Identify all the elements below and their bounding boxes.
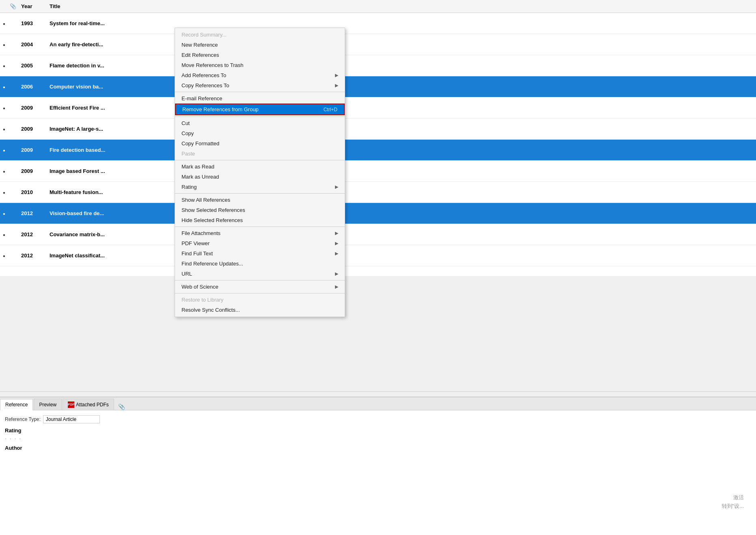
tab-reference[interactable]: Reference xyxy=(0,399,33,410)
menu-item-mark-as-unread[interactable]: Mark as Unread xyxy=(175,172,345,182)
table-row[interactable]: ● 2012 Covariance matrix-b... xyxy=(0,224,756,245)
menu-item-move-to-trash[interactable]: Move References to Trash xyxy=(175,60,345,70)
rating-field-label: Rating xyxy=(5,427,751,434)
menu-item-find-reference-updates[interactable]: Find Reference Updates... xyxy=(175,259,345,269)
menu-item-label: Edit References xyxy=(181,52,338,58)
menu-item-label: Rating xyxy=(181,184,335,190)
menu-item-new-reference[interactable]: New Reference xyxy=(175,40,345,50)
table-row[interactable]: ● 2006 Computer vision ba... xyxy=(0,76,756,97)
row-bullet: ● xyxy=(0,126,8,132)
menu-item-record-summary: Record Summary... xyxy=(175,30,345,40)
submenu-arrow-icon: ▶ xyxy=(335,241,338,246)
bullet-icon: ● xyxy=(3,190,5,195)
menu-item-label: Record Summary... xyxy=(181,32,338,38)
bullet-icon: ● xyxy=(3,64,5,68)
ref-type-label: Reference Type: xyxy=(5,416,41,422)
menu-item-label: Mark as Read xyxy=(181,164,338,170)
table-row[interactable]: ● 2012 ImageNet classificat... xyxy=(0,245,756,266)
table-body: ● 1993 System for real-time... ● 2004 An… xyxy=(0,13,756,266)
header-title[interactable]: Title xyxy=(46,3,756,9)
menu-separator xyxy=(175,193,345,194)
row-year: 2009 xyxy=(18,105,46,111)
menu-separator xyxy=(175,116,345,117)
menu-item-pdf-viewer[interactable]: PDF Viewer▶ xyxy=(175,238,345,248)
watermark-line2: 转到"设... xyxy=(722,502,744,511)
menu-item-label: New Reference xyxy=(181,42,338,48)
menu-item-web-of-science[interactable]: Web of Science▶ xyxy=(175,282,345,292)
bullet-icon: ● xyxy=(3,254,5,258)
row-title: Flame detection in v... xyxy=(46,63,756,69)
submenu-arrow-icon: ▶ xyxy=(335,284,338,289)
row-year: 2009 xyxy=(18,126,46,132)
row-year: 2012 xyxy=(18,231,46,237)
bullet-icon: ● xyxy=(3,148,5,153)
menu-item-add-references-to[interactable]: Add References To▶ xyxy=(175,70,345,80)
bullet-icon: ● xyxy=(3,233,5,237)
tab-attached-pdfs[interactable]: PDF Attached PDFs xyxy=(63,399,114,410)
row-bullet: ● xyxy=(0,41,8,47)
row-title: ImageNet: A large-s... xyxy=(46,126,756,132)
ref-type-select[interactable]: Journal Article xyxy=(43,415,100,423)
ref-type-row: Reference Type: Journal Article xyxy=(5,415,751,423)
row-bullet: ● xyxy=(0,231,8,237)
menu-item-find-full-text[interactable]: Find Full Text▶ xyxy=(175,248,345,259)
row-year: 1993 xyxy=(18,20,46,26)
watermark-line1: 激活 xyxy=(722,494,744,502)
menu-item-show-all-references[interactable]: Show All References xyxy=(175,195,345,205)
row-title: Computer vision ba... xyxy=(46,84,756,90)
menu-item-edit-references[interactable]: Edit References xyxy=(175,50,345,60)
header-year[interactable]: Year xyxy=(18,3,46,9)
row-year: 2012 xyxy=(18,210,46,216)
bullet-icon: ● xyxy=(3,169,5,174)
menu-item-copy-formatted[interactable]: Copy Formatted xyxy=(175,138,345,149)
row-bullet: ● xyxy=(0,210,8,216)
menu-item-cut[interactable]: Cut xyxy=(175,118,345,128)
menu-item-resolve-sync-conflicts[interactable]: Resolve Sync Conflicts... xyxy=(175,305,345,315)
table-row[interactable]: ● 2009 Image based Forest ... xyxy=(0,161,756,182)
table-row[interactable]: ● 1993 System for real-time... xyxy=(0,13,756,34)
menu-item-url[interactable]: URL▶ xyxy=(175,269,345,279)
row-title: An early fire-detecti... xyxy=(46,41,756,47)
header-attach: 📎 xyxy=(8,3,18,9)
row-bullet: ● xyxy=(0,20,8,26)
bullet-icon: ● xyxy=(3,127,5,132)
table-row[interactable]: ● 2009 Efficient Forest Fire ... xyxy=(0,97,756,119)
menu-item-email-reference[interactable]: E-mail Reference xyxy=(175,93,345,104)
row-year: 2010 xyxy=(18,189,46,195)
menu-item-hide-selected-references[interactable]: Hide Selected References xyxy=(175,215,345,225)
menu-item-label: Resolve Sync Conflicts... xyxy=(181,307,338,313)
table-row[interactable]: ● 2009 Fire detection based... xyxy=(0,140,756,161)
menu-item-rating[interactable]: Rating▶ xyxy=(175,182,345,192)
tab-attach-button[interactable]: 📎 xyxy=(115,403,128,410)
row-title: Fire detection based... xyxy=(46,147,756,153)
table-row[interactable]: ● 2005 Flame detection in v... xyxy=(0,55,756,76)
tab-preview[interactable]: Preview xyxy=(34,399,62,410)
menu-separator xyxy=(175,227,345,227)
table-row[interactable]: ● 2012 Vision-based fire de... xyxy=(0,203,756,224)
table-row[interactable]: ● 2004 An early fire-detecti... xyxy=(0,34,756,55)
menu-item-copy-references-to[interactable]: Copy References To▶ xyxy=(175,80,345,91)
menu-item-mark-as-read[interactable]: Mark as Read xyxy=(175,162,345,172)
row-year: 2009 xyxy=(18,147,46,153)
row-bullet: ● xyxy=(0,63,8,69)
menu-shortcut: Ctrl+D xyxy=(324,107,337,112)
menu-item-remove-from-group[interactable]: Remove References from GroupCtrl+D xyxy=(175,104,345,115)
menu-item-label: Cut xyxy=(181,120,338,126)
table-row[interactable]: ● 2009 ImageNet: A large-s... xyxy=(0,119,756,140)
menu-item-file-attachments[interactable]: File Attachments▶ xyxy=(175,228,345,238)
table-row[interactable]: ● 2010 Multi-feature fusion... xyxy=(0,182,756,203)
submenu-arrow-icon: ▶ xyxy=(335,73,338,78)
submenu-arrow-icon: ▶ xyxy=(335,231,338,236)
menu-item-show-selected-references[interactable]: Show Selected References xyxy=(175,205,345,215)
menu-separator xyxy=(175,293,345,293)
row-title: Covariance matrix-b... xyxy=(46,231,756,237)
row-year: 2012 xyxy=(18,252,46,259)
tab-reference-label: Reference xyxy=(5,402,28,408)
rating-dots: · · · · xyxy=(5,435,751,442)
horizontal-scrollbar[interactable] xyxy=(0,391,756,397)
submenu-arrow-icon: ▶ xyxy=(335,83,338,88)
row-year: 2004 xyxy=(18,41,46,47)
menu-item-label: Hide Selected References xyxy=(181,217,338,223)
row-bullet: ● xyxy=(0,147,8,153)
menu-item-copy[interactable]: Copy xyxy=(175,128,345,138)
